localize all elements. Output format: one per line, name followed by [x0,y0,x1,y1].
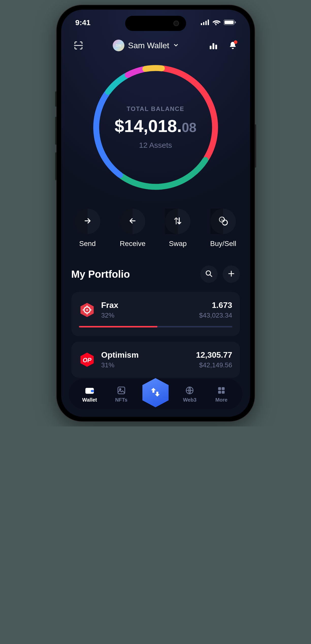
optimism-icon: OP [79,352,95,368]
plus-icon [227,270,235,278]
image-icon [116,385,126,395]
svg-point-16 [86,309,88,311]
svg-rect-8 [212,43,214,49]
swap-icon [173,216,182,226]
dynamic-island [125,16,186,31]
wallet-name: Sam Wallet [128,41,169,50]
frax-icon [79,302,95,318]
bottom-nav: Wallet NFTs Web3 [69,379,242,409]
asset-amount: 12,305.77 [196,350,232,360]
asset-percent: 32% [101,311,193,319]
svg-point-26 [119,388,121,390]
send-button[interactable]: Send [75,209,100,248]
chevron-down-icon [173,41,179,50]
nav-nfts[interactable]: NFTs [109,385,134,403]
svg-rect-0 [201,23,202,25]
status-time: 9:41 [75,18,91,27]
arrow-left-icon [128,217,137,226]
search-button[interactable] [200,266,218,283]
nav-wallet[interactable]: Wallet [77,385,102,403]
svg-text:OP: OP [83,357,92,364]
balance-amount: $14,018.08 [114,116,197,136]
svg-rect-9 [215,45,217,49]
nav-more[interactable]: More [209,385,234,403]
asset-value: $43,023.34 [199,311,232,319]
swap-button[interactable]: Swap [165,209,190,248]
svg-rect-5 [224,21,234,24]
portfolio-title: My Portfolio [71,269,130,280]
svg-point-10 [219,217,224,222]
svg-rect-25 [118,387,125,394]
add-button[interactable] [223,266,240,283]
battery-icon [224,18,236,27]
svg-rect-1 [203,22,204,25]
asset-card[interactable]: Frax 32% 1.673 $43,023.34 [71,292,240,336]
asset-name: Optimism [101,350,190,360]
svg-rect-24 [91,390,94,392]
assets-count: 12 Assets [114,141,197,150]
asset-amount: 1.673 [199,301,232,310]
balance-label: TOTAL BALANCE [114,105,197,112]
wifi-icon [212,18,221,27]
chart-icon[interactable] [208,40,219,51]
asset-percent: 31% [101,361,190,369]
svg-point-11 [222,220,227,225]
exchange-icon [150,386,161,399]
svg-text:$: $ [221,218,223,221]
svg-rect-7 [210,46,211,49]
balance-chart: TOTAL BALANCE $14,018.08 12 Assets [61,61,250,193]
wallet-icon [85,385,95,395]
bell-icon[interactable] [228,40,238,51]
nav-web3[interactable]: Web3 [177,385,202,403]
nav-swap-center[interactable] [140,377,171,408]
grid-icon [216,385,226,395]
asset-name: Frax [101,301,193,310]
asset-value: $42,149.56 [196,361,232,369]
asset-progress [79,326,232,327]
svg-rect-6 [235,21,236,23]
svg-rect-31 [222,391,224,393]
svg-rect-28 [218,387,221,390]
receive-button[interactable]: Receive [120,209,145,248]
arrow-right-icon [83,217,92,226]
buy-sell-button[interactable]: $ Buy/Sell [210,209,236,248]
scan-icon[interactable] [73,40,84,51]
asset-card[interactable]: OP Optimism 31% 12,305.77 $42,149.56 [71,342,240,378]
svg-rect-2 [205,21,207,25]
cellular-icon [201,18,209,27]
svg-rect-29 [222,387,224,390]
coins-icon: $ [218,216,228,227]
svg-rect-3 [208,20,209,25]
notification-dot [234,40,237,44]
avatar: SW [113,40,124,51]
search-icon [205,270,213,278]
wallet-selector[interactable]: SW Sam Wallet [113,40,179,51]
globe-icon [185,385,195,395]
svg-rect-30 [218,391,221,393]
